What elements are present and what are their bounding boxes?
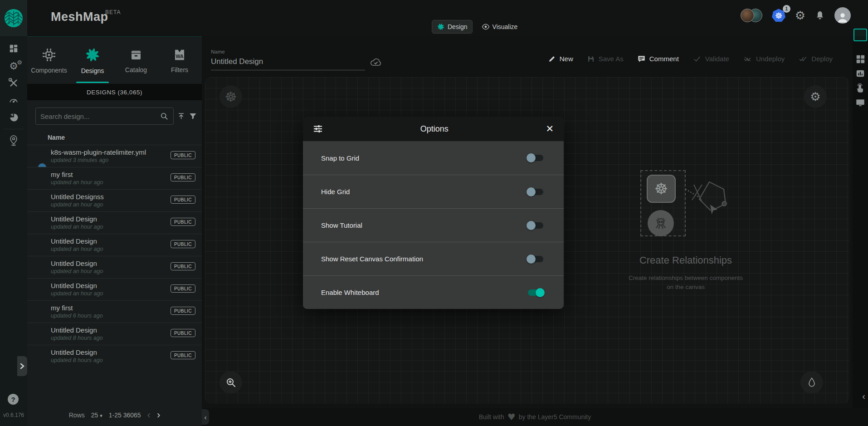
design-actions-toolbar: New Save As Comment Validate [548, 54, 833, 63]
show-tutorial-toggle[interactable] [528, 222, 543, 229]
svg-text:☸: ☸ [775, 11, 782, 20]
search-row [27, 100, 202, 129]
nav-configuration-tools-icon[interactable] [0, 74, 27, 92]
tutorial-description: Create relationships between components … [627, 274, 744, 292]
close-modal-button[interactable]: ✕ [546, 123, 554, 134]
canvas-settings-button[interactable]: ⚙ [804, 85, 827, 108]
tab-components[interactable]: Components [27, 37, 71, 84]
design-visibility-badge: PUBLIC [171, 262, 195, 270]
option-label: Snap to Grid [321, 154, 359, 162]
new-design-button[interactable]: New [548, 55, 573, 63]
settings-gear-icon[interactable]: ⚙ [795, 9, 805, 22]
header-actions: ☸ 1 ⚙ [741, 7, 851, 24]
design-visibility-badge: PUBLIC [171, 196, 195, 204]
save-as-button[interactable]: Save As [587, 55, 624, 63]
tab-designs-label: Designs [81, 67, 104, 74]
import-design-icon[interactable] [177, 112, 185, 121]
comment-icon [637, 54, 646, 63]
hide-grid-toggle[interactable] [528, 189, 543, 195]
k8s-context-count-badge: 1 [783, 5, 790, 13]
design-row[interactable]: Untitled Designss updated an hour ago PU… [27, 189, 202, 211]
right-rail-interaction-touch-icon[interactable] [853, 81, 868, 95]
filter-funnel-icon[interactable] [189, 112, 197, 121]
enable-whiteboard-toggle[interactable] [528, 289, 543, 296]
option-row-show-tutorial: Show Tutorial [303, 208, 564, 242]
options-modal-body: Snap to Grid Hide Grid Show Tutorial Sho… [303, 141, 564, 309]
whiteboard-pen-button[interactable] [800, 371, 823, 394]
option-label: Show Reset Canvas Confirmation [321, 255, 423, 263]
design-row[interactable]: Untitled Design updated 8 hours ago PUBL… [27, 345, 202, 367]
design-row[interactable]: my first updated an hour ago PUBLIC [27, 167, 202, 189]
mode-design[interactable]: Design [432, 20, 473, 34]
zoom-in-button[interactable] [219, 371, 242, 394]
option-label: Show Tutorial [321, 221, 362, 229]
k8s-context-switcher[interactable]: ☸ 1 [771, 8, 786, 23]
ink-drop-icon [807, 377, 817, 388]
design-visibility-badge: PUBLIC [171, 351, 195, 359]
right-rail-dashboard-chart-icon[interactable] [853, 66, 868, 81]
check-icon [692, 55, 702, 63]
search-icon[interactable] [160, 112, 169, 121]
pagination-range: 1-25 36065 [109, 411, 141, 419]
rows-label: Rows [69, 411, 85, 419]
search-box[interactable] [35, 108, 174, 125]
person-icon [836, 11, 849, 24]
footer-collapse-tab[interactable]: ‹ [202, 409, 209, 425]
comment-button[interactable]: Comment [637, 54, 679, 63]
designs-spiral-icon [84, 47, 101, 63]
user-avatar[interactable] [834, 7, 851, 24]
layer5-logo[interactable] [0, 0, 27, 36]
tab-catalog[interactable]: Catalog [114, 37, 158, 84]
design-row[interactable]: my first updated 6 hours ago PUBLIC [27, 300, 202, 323]
option-row-hide-grid: Hide Grid [303, 175, 564, 208]
design-row[interactable]: Untitled Design updated an hour ago PUBL… [27, 278, 202, 300]
tutorial-pentagon-drag [684, 177, 729, 232]
footer-bar: ‹ Built with ♥ by the Layer5 Community [202, 408, 868, 426]
options-modal-header: Options ✕ [303, 117, 564, 141]
tune-sliders-icon [313, 124, 323, 134]
notifications-bell-icon[interactable] [814, 10, 825, 21]
design-row[interactable]: Untitled Design updated an hour ago PUBL… [27, 234, 202, 256]
rail-divider [4, 129, 24, 129]
right-rail-grid-view-icon[interactable] [853, 52, 868, 66]
snap-to-grid-toggle[interactable] [528, 155, 543, 161]
undeploy-button[interactable]: Undeploy [743, 55, 785, 63]
search-input[interactable] [40, 113, 160, 120]
components-chip-icon [41, 47, 57, 63]
mode-visualize[interactable]: Visualize [477, 20, 522, 33]
right-rail-display-icon[interactable] [853, 95, 868, 110]
rows-per-page-select[interactable]: 25 ▾ [91, 411, 102, 419]
cloud-saved-icon [370, 57, 382, 67]
nav-lifecycle-gears-icon[interactable]: ⚙ ⚙ [0, 57, 27, 74]
canvas-k8s-button[interactable]: ☸ [219, 85, 242, 108]
right-rail-active-panel-button[interactable] [853, 29, 867, 41]
collapse-right-panel-button[interactable]: ‹ [862, 391, 865, 402]
nav-meshmap-pin-icon[interactable] [0, 132, 27, 149]
show-reset-canvas-confirmation-toggle[interactable] [528, 256, 543, 262]
tab-filters[interactable]: WA Filters [158, 37, 201, 84]
design-row[interactable]: Untitled Design updated an hour ago PUBL… [27, 211, 202, 234]
nav-dashboard-icon[interactable] [0, 40, 27, 57]
validate-button[interactable]: Validate [692, 55, 729, 63]
chevron-right-icon [20, 363, 25, 369]
tab-catalog-label: Catalog [125, 66, 147, 73]
help-button[interactable]: ? [8, 394, 19, 405]
design-row[interactable]: Untitled Design updated an hour ago PUBL… [27, 256, 202, 278]
tab-designs[interactable]: Designs [71, 37, 114, 84]
options-modal-title: Options [323, 124, 546, 134]
collaborator-avatar-1[interactable] [741, 9, 754, 22]
design-visibility-badge: PUBLIC [171, 218, 195, 226]
next-page-button[interactable]: › [157, 410, 160, 420]
design-visibility-badge: PUBLIC [171, 284, 195, 293]
design-row[interactable]: Untitled Design updated 8 hours ago PUBL… [27, 323, 202, 345]
prev-page-button[interactable]: ‹ [147, 410, 151, 420]
nav-service-mesh-icon[interactable] [0, 109, 27, 126]
design-name-input[interactable] [211, 56, 365, 70]
options-modal: Options ✕ Snap to Grid Hide Grid Show Tu… [303, 117, 564, 309]
tab-filters-label: Filters [171, 66, 188, 73]
expand-sidebar-button[interactable] [17, 356, 27, 376]
deploy-button[interactable]: Deploy [798, 55, 833, 63]
design-row[interactable]: k8s-wasm-plugin-ratelimiter.yml updated … [27, 145, 202, 167]
nav-performance-gauge-icon[interactable] [0, 92, 27, 109]
app-version: v0.6.176 [0, 412, 27, 418]
